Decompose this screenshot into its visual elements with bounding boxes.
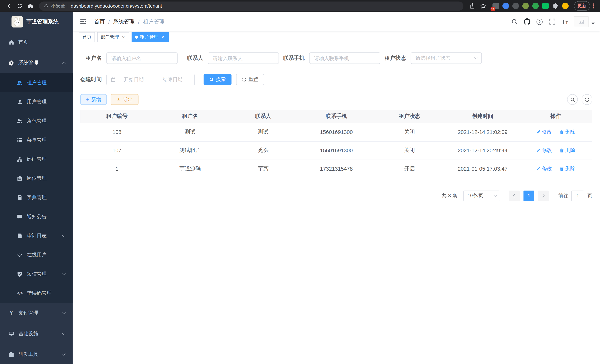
- prev-page-button[interactable]: [509, 190, 520, 201]
- sidebar-item-sms[interactable]: 短信管理: [0, 264, 73, 283]
- close-icon[interactable]: ×: [160, 35, 165, 40]
- cell-created: 2021-12-14 20:49:44: [446, 141, 519, 159]
- avatar-caret-icon[interactable]: [592, 23, 595, 25]
- export-button[interactable]: 导出: [111, 94, 139, 105]
- reload-button[interactable]: [14, 1, 25, 11]
- page-1-button[interactable]: 1: [524, 190, 534, 201]
- chevron-left-icon: [513, 194, 517, 198]
- sidebar-item-role[interactable]: 角色管理: [0, 111, 73, 131]
- tenant-name-input[interactable]: [106, 53, 178, 64]
- breadcrumb-system[interactable]: 系统管理: [113, 18, 135, 25]
- sidebar-item-infra[interactable]: 基础设施: [0, 323, 73, 344]
- header-search-button[interactable]: [508, 16, 520, 28]
- goto-label: 前往: [558, 192, 568, 199]
- sidebar-item-online-user[interactable]: 在线用户: [0, 245, 73, 264]
- date-end-placeholder: 结束日期: [155, 76, 190, 83]
- breadcrumb-home[interactable]: 首页: [94, 18, 105, 25]
- status-select-placeholder: 请选择租户状态: [416, 55, 450, 62]
- font-size-button[interactable]: TT: [559, 16, 571, 28]
- tab-dept[interactable]: 部门管理 ×: [97, 32, 129, 42]
- total-count: 共 3 条: [442, 192, 457, 199]
- breadcrumb: 首页 / 系统管理 / 租户管理: [94, 18, 164, 25]
- toolbox-icon: [8, 351, 14, 357]
- extension-blue-icon[interactable]: [502, 3, 509, 9]
- contact-input[interactable]: [208, 53, 279, 64]
- breadcrumb-separator: /: [138, 19, 140, 25]
- delete-link[interactable]: 删除: [560, 165, 575, 172]
- sidebar-item-pay[interactable]: ¥ 支付管理: [0, 303, 73, 323]
- chevron-down-icon: [474, 56, 478, 59]
- status-select[interactable]: 请选择租户状态: [411, 53, 482, 64]
- fullscreen-button[interactable]: [546, 16, 558, 28]
- cell-contact: 秃头: [227, 141, 300, 159]
- sidebar-item-dev-tool[interactable]: 研发工具: [0, 344, 73, 364]
- sidebar-item-system[interactable]: 系统管理: [0, 53, 73, 73]
- search-button[interactable]: 搜索: [204, 74, 232, 85]
- edit-link[interactable]: 修改: [536, 165, 552, 172]
- share-button[interactable]: [467, 1, 477, 11]
- cell-created: 2021-12-14 21:02:09: [446, 123, 519, 141]
- github-icon: [524, 18, 530, 25]
- chevron-down-icon: [62, 271, 66, 275]
- browser-menu-button[interactable]: [591, 2, 596, 9]
- filter-label: 联系人: [182, 55, 203, 62]
- bookmark-button[interactable]: [478, 1, 488, 11]
- table-header-row: 租户编号 租户名 联系人 联系手机 租户状态 创建时间 操作: [80, 110, 592, 123]
- extension-adblock-icon[interactable]: 10: [492, 3, 499, 9]
- sidebar-item-audit-log[interactable]: 审计日志: [0, 226, 73, 245]
- help-button[interactable]: ?: [534, 16, 545, 28]
- reset-button[interactable]: 重置: [236, 74, 264, 85]
- cell-phone: 17321315478: [300, 159, 373, 178]
- table-row: 107 测试租户 秃头 15601691300 关闭 2021-12-14 20…: [80, 141, 592, 159]
- add-button[interactable]: + 新增: [80, 94, 107, 105]
- extension-globe-icon[interactable]: [512, 3, 519, 9]
- hamburger-icon: [80, 18, 86, 25]
- sidebar-item-menu[interactable]: 菜单管理: [0, 131, 73, 149]
- sidebar-item-post[interactable]: 岗位管理: [0, 169, 73, 188]
- phone-input[interactable]: [309, 53, 381, 64]
- update-button[interactable]: 更新: [574, 1, 590, 11]
- update-label: 更新: [577, 3, 587, 9]
- trash-icon: [560, 166, 564, 171]
- sidebar-item-dict[interactable]: 字典管理: [0, 188, 73, 207]
- github-button[interactable]: [521, 16, 533, 28]
- extension-green-icon[interactable]: [532, 3, 539, 9]
- delete-link[interactable]: 删除: [560, 147, 575, 154]
- extensions-area: 10: [492, 3, 568, 9]
- extension-olive-icon[interactable]: [522, 3, 529, 9]
- sidebar-item-tenant[interactable]: 租户管理: [0, 73, 73, 92]
- back-button[interactable]: [4, 1, 14, 11]
- page-size-select[interactable]: 10条/页: [463, 190, 500, 201]
- sidebar-item-home[interactable]: 首页: [0, 32, 73, 52]
- goto-page: 前往 页: [558, 190, 592, 201]
- sidebar-logo[interactable]: 芋道管理系统: [0, 12, 73, 32]
- edit-link[interactable]: 修改: [536, 147, 552, 154]
- sidebar-item-error-code[interactable]: </> 错误码管理: [0, 283, 73, 303]
- back-icon: [6, 3, 12, 9]
- delete-link[interactable]: 删除: [560, 129, 575, 135]
- next-page-button[interactable]: [538, 190, 549, 201]
- user-avatar[interactable]: [574, 16, 589, 27]
- cell-name: 测试租户: [153, 141, 226, 159]
- date-range-picker[interactable]: 开始日期 - 结束日期: [106, 74, 195, 85]
- tab-home[interactable]: 首页: [79, 32, 95, 42]
- sidebar-item-notice[interactable]: 通知公告: [0, 207, 73, 226]
- trash-icon: [560, 148, 564, 153]
- browser-profile-avatar[interactable]: [562, 3, 569, 9]
- extensions-puzzle-icon[interactable]: [552, 3, 559, 9]
- edit-link[interactable]: 修改: [536, 129, 552, 135]
- extension-chat-icon[interactable]: [542, 3, 549, 9]
- table-row: 1 芋道源码 芋艿 17321315478 开启 2021-01-05 17:0…: [80, 159, 592, 178]
- goto-page-input[interactable]: [571, 190, 584, 201]
- tab-tenant[interactable]: 租户管理 ×: [132, 32, 169, 42]
- close-icon[interactable]: ×: [121, 35, 126, 40]
- home-button[interactable]: [25, 1, 35, 11]
- table-toolbar: + 新增 导出: [80, 94, 592, 105]
- toggle-search-button[interactable]: [567, 94, 578, 105]
- sidebar: 芋道管理系统 首页 系统管理 租户管理 用户管理: [0, 12, 73, 364]
- sidebar-item-dept[interactable]: 部门管理: [0, 149, 73, 169]
- sidebar-toggle-button[interactable]: [78, 17, 88, 27]
- sidebar-item-user[interactable]: 用户管理: [0, 92, 73, 111]
- refresh-table-button[interactable]: [582, 94, 592, 105]
- address-bar[interactable]: 不安全 dashboard.yudao.iocoder.cn/system/te…: [39, 1, 463, 10]
